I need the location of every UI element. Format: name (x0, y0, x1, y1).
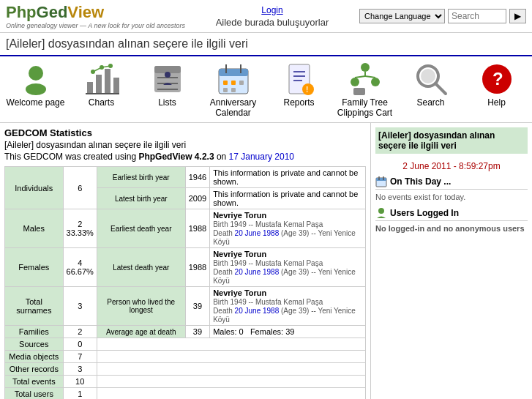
svg-line-38 (365, 76, 375, 78)
search-nav-icon (413, 61, 449, 97)
svg-rect-39 (353, 88, 365, 95)
logged-in-content: No logged-in and no anonymous users (375, 224, 528, 233)
nav-charts[interactable]: Charts (72, 61, 131, 118)
svg-text:?: ? (492, 69, 503, 89)
table-row: Total users 1 (5, 388, 366, 400)
stat-desc-earliest-birth: Earliest birth year (97, 167, 185, 188)
stat-value-other: 3 (63, 363, 97, 376)
stat-desc-earliest-death: Earliest death year (97, 209, 185, 248)
stat-label-sources: Sources (5, 338, 64, 351)
nav-familytree[interactable]: Family TreeClippings Cart (336, 61, 394, 118)
stat-label-other: Other records (5, 363, 64, 376)
table-row: Sources 0 (5, 338, 366, 351)
table-row: Total events 10 (5, 376, 366, 388)
stat-value-females: 466.67% (63, 248, 97, 287)
stats-table: Individuals 6 Earliest birth year 1946 T… (4, 166, 366, 399)
page-title: [Aileler] dosyasından alınan seçere ile … (6, 37, 526, 51)
stat-info-earliest-death: Nevriye Torun Birth 1949 -- Mustafa Kema… (210, 209, 366, 248)
nav-welcome[interactable]: Welcome page (7, 61, 65, 118)
language-select[interactable]: Change Language (359, 9, 445, 23)
table-row: Total surnames 3 Person who lived the lo… (5, 287, 366, 326)
right-panel-title: [Aileler] dosyasından alınan seçere ile … (375, 127, 528, 154)
stats-created: This GEDCOM was created using PhpGedView… (4, 152, 366, 162)
right-panel: [Aileler] dosyasından alınan seçere ile … (371, 123, 532, 399)
login-link[interactable]: Login (185, 5, 359, 15)
nav-bar: Welcome page Charts (0, 56, 532, 123)
svg-point-33 (361, 63, 370, 72)
stat-info-latest-birth: This information is private and cannot b… (210, 188, 366, 209)
stat-desc-latest-birth: Latest birth year (97, 188, 185, 209)
site-slogan: Ailede burada buluşuyorlar (185, 17, 359, 28)
stat-year-earliest-birth: 1946 (185, 167, 209, 188)
nav-lists-label: Lists (158, 97, 176, 108)
svg-line-37 (355, 76, 365, 78)
stat-desc-latest-death: Latest death year (97, 248, 185, 287)
table-row: Males 233.33% Earliest death year 1988 N… (5, 209, 366, 248)
logo-subtitle: Online genealogy viewer — A new look for… (6, 22, 185, 29)
svg-rect-26 (231, 88, 236, 92)
nav-help-label: Help (487, 97, 506, 108)
table-row: Media objects 7 (5, 351, 366, 363)
svg-rect-22 (223, 81, 228, 85)
table-row: Individuals 6 Earliest birth year 1946 T… (5, 167, 366, 188)
stat-year-longest-lived: 39 (185, 287, 209, 326)
stat-value-surnames: 3 (63, 287, 97, 326)
house-icon (18, 61, 54, 97)
stats-subtitle: [Aileler] dosyasından alınan seçere ile … (4, 140, 366, 150)
logo-area: PhpGedView Online genealogy viewer — A n… (6, 3, 185, 29)
stat-value-sources: 0 (63, 338, 97, 351)
table-row: Families 2 Average age at death 39 Males… (5, 326, 366, 338)
nav-anniversary-label: AnniversaryCalendar (210, 97, 256, 118)
help-icon: ? (479, 61, 515, 97)
stat-info-latest-death: Nevriye Torun Birth 1949 -- Mustafa Kema… (210, 248, 366, 287)
stat-value-users: 1 (63, 388, 97, 400)
stat-value-families: 2 (63, 326, 97, 338)
nav-reports[interactable]: ! Reports (270, 61, 329, 118)
search-input[interactable] (448, 9, 506, 23)
calendar-small-icon (375, 176, 387, 187)
stat-info-longest-lived: Nevriye Torun Birth 1949 -- Mustafa Kema… (210, 287, 366, 326)
svg-line-10 (93, 67, 102, 72)
nav-help[interactable]: ? Help (468, 61, 526, 118)
svg-line-42 (435, 83, 446, 94)
on-this-day-section: On This Day ... No events exist for toda… (375, 176, 528, 201)
logged-in-header: Users Logged In (375, 207, 528, 221)
stat-value-males: 233.33% (63, 209, 97, 248)
chart-icon (83, 61, 120, 97)
svg-point-35 (371, 78, 380, 86)
on-this-day-label: On This Day ... (390, 176, 451, 187)
svg-rect-25 (223, 88, 228, 92)
svg-rect-23 (231, 81, 236, 85)
header-right: Change Language ▶ (359, 9, 526, 23)
stat-label-females: Females (5, 248, 64, 287)
svg-text:!: ! (306, 86, 308, 94)
svg-point-34 (351, 78, 359, 86)
stat-label-events: Total events (5, 376, 64, 388)
svg-point-41 (421, 69, 435, 83)
svg-point-1 (26, 83, 46, 95)
stats-panel: GEDCOM Statistics [Aileler] dosyasından … (0, 123, 371, 399)
svg-point-0 (29, 66, 43, 81)
table-row: Females 466.67% Latest death year 1988 N… (5, 248, 366, 287)
search-button[interactable]: ▶ (509, 9, 526, 23)
list-icon (149, 61, 186, 97)
stat-year-avg-age-death: 39 (185, 326, 209, 338)
stat-label-surnames: Total surnames (5, 287, 64, 326)
stat-label-media: Media objects (5, 351, 64, 363)
svg-point-17 (165, 72, 171, 78)
calendar-icon (215, 61, 252, 97)
report-icon: ! (281, 61, 318, 97)
nav-familytree-label: Family TreeClippings Cart (337, 97, 392, 118)
stat-year-latest-birth: 2009 (185, 188, 209, 209)
right-datetime: 2 June 2011 - 8:59:27pm (375, 157, 528, 176)
family-icon (347, 61, 383, 97)
svg-rect-4 (105, 69, 110, 94)
stat-desc-avg-age-death: Average age at death (97, 326, 185, 338)
nav-anniversary[interactable]: AnniversaryCalendar (204, 61, 263, 118)
nav-lists[interactable]: Lists (138, 61, 197, 118)
svg-rect-2 (87, 82, 93, 94)
nav-search[interactable]: Search (402, 61, 460, 118)
svg-rect-19 (219, 69, 248, 76)
header-center: Login Ailede burada buluşuyorlar (185, 5, 359, 28)
svg-point-49 (378, 208, 384, 214)
